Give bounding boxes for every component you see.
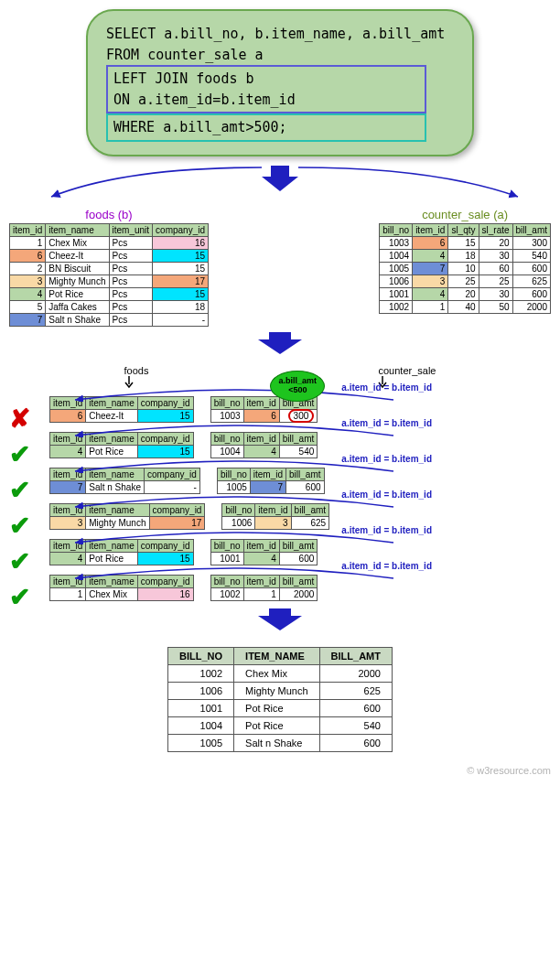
join-step: a.item_id = b.item_id✔item_iditem_nameco…: [9, 468, 551, 494]
table-header: item_id: [413, 223, 448, 236]
foods-table-label: foods (b): [9, 208, 209, 221]
step-counter-table: bill_noitem_idbill_amt100212000: [210, 575, 318, 601]
table-header: ITEM_NAME: [234, 647, 319, 664]
filter-bubble: a.bill_amt<500: [270, 371, 325, 402]
table-row: 100441830540: [380, 249, 551, 262]
foods-table-wrap: foods (b) item_iditem_nameitem_unitcompa…: [9, 208, 209, 327]
join-steps: a.item_id = b.item_id✘item_iditem_nameco…: [9, 396, 551, 601]
join-step: a.item_id = b.item_id✔item_iditem_nameco…: [9, 539, 551, 565]
check-icon: ✔: [9, 582, 30, 612]
join-step: a.item_id = b.item_id✔item_iditem_nameco…: [9, 575, 551, 601]
table-row: 2BN BiscuitPcs15: [10, 262, 209, 275]
step-counter-table: bill_noitem_idbill_amt10063625: [221, 503, 329, 530]
step-counter-table: bill_noitem_idbill_amt10014600: [210, 539, 318, 565]
step-foods-table: item_iditem_namecompany_id3Mighty Munch1…: [49, 503, 205, 530]
table-row: 4Pot RicePcs15: [10, 287, 209, 300]
table-row: 5Jaffa CakesPcs18: [10, 300, 209, 313]
table-row: 100632525625: [380, 275, 551, 287]
counter-table-label: counter_sale (a): [379, 208, 551, 221]
cross-icon: ✘: [9, 404, 30, 434]
table-header: sl_qty: [448, 223, 479, 236]
check-icon: ✔: [9, 439, 30, 469]
table-row: 3Mighty MunchPcs17: [10, 275, 209, 287]
sql-line-from: FROM counter_sale a: [106, 45, 454, 66]
table-header: company_id: [153, 223, 209, 236]
table-row: 1006Mighty Munch625: [168, 682, 393, 699]
table-row: 7Salt n ShakePcs-: [10, 313, 209, 326]
table-row: 1001Pot Rice600: [168, 699, 393, 716]
step-foods-table: item_iditem_namecompany_id6Cheez-It15: [49, 396, 194, 423]
table-header: BILL_NO: [168, 647, 234, 664]
step-foods-table: item_iditem_namecompany_id4Pot Rice15: [49, 432, 194, 458]
table-row: 1002140502000: [380, 300, 551, 313]
table-row: 100361520300: [380, 236, 551, 249]
step-foods-table: item_iditem_namecompany_id4Pot Rice15: [49, 539, 194, 565]
down-arrow-icon: [9, 164, 551, 202]
table-header: BILL_AMT: [319, 647, 392, 664]
result-table: BILL_NOITEM_NAMEBILL_AMT1002Chex Mix2000…: [167, 647, 393, 752]
table-header: item_id: [10, 223, 46, 236]
table-header: bill_no: [380, 223, 413, 236]
foods-table: item_iditem_nameitem_unitcompany_id1Chex…: [9, 223, 209, 327]
check-icon: ✔: [9, 546, 30, 576]
join-step: a.item_id = b.item_id✔item_iditem_nameco…: [9, 503, 551, 530]
down-arrow-icon: [9, 332, 551, 358]
join-step: a.item_id = b.item_id✔item_iditem_nameco…: [9, 432, 551, 458]
counter-sale-table: bill_noitem_idsl_qtysl_ratebill_amt10036…: [379, 223, 551, 314]
join-condition-label: a.item_id = b.item_id: [341, 454, 432, 464]
step-foods-table: item_iditem_namecompany_id7Salt n Shake-: [49, 468, 200, 494]
table-row: 100142030600: [380, 287, 551, 300]
footer-credit: © w3resource.com: [9, 765, 551, 776]
table-header: sl_rate: [479, 223, 512, 236]
foods-sublabel: foods: [124, 365, 149, 391]
sql-join-line1: LEFT JOIN foods b: [113, 69, 419, 90]
svg-marker-0: [262, 166, 298, 191]
join-step: a.item_id = b.item_id✘item_iditem_nameco…: [9, 396, 551, 423]
svg-marker-2: [258, 608, 302, 630]
down-arrow-icon: [9, 608, 551, 634]
join-condition-label: a.item_id = b.item_id: [341, 525, 432, 535]
table-header: item_unit: [109, 223, 153, 236]
sql-join-clause: LEFT JOIN foods b ON a.item_id=b.item_id: [106, 65, 426, 113]
join-condition-label: a.item_id = b.item_id: [341, 418, 432, 428]
sql-line-select: SELECT a.bill_no, b.item_name, a.bill_am…: [106, 24, 454, 45]
table-row: 1004Pot Rice540: [168, 716, 393, 734]
sql-join-line2: ON a.item_id=b.item_id: [113, 90, 419, 111]
table-row: 100571060600: [380, 262, 551, 275]
check-icon: ✔: [9, 511, 30, 541]
table-row: 1Chex MixPcs16: [10, 236, 209, 249]
table-row: 6Cheez-ItPcs15: [10, 249, 209, 262]
sql-where-clause: WHERE a.bill_amt>500;: [106, 113, 426, 142]
sql-query-box: SELECT a.bill_no, b.item_name, a.bill_am…: [86, 9, 474, 156]
join-condition-label: a.item_id = b.item_id: [341, 490, 432, 500]
check-icon: ✔: [9, 475, 30, 505]
table-row: 1002Chex Mix2000: [168, 664, 393, 682]
table-header: item_name: [46, 223, 109, 236]
join-condition-label: a.item_id = b.item_id: [341, 561, 432, 571]
table-row: 1005Salt n Shake600: [168, 734, 393, 751]
step-counter-table: bill_noitem_idbill_amt10044540: [210, 432, 318, 458]
join-condition-label: a.item_id = b.item_id: [341, 382, 432, 393]
counter-table-wrap: counter_sale (a) bill_noitem_idsl_qtysl_…: [379, 208, 551, 327]
step-foods-table: item_iditem_namecompany_id1Chex Mix16: [49, 575, 194, 601]
svg-marker-1: [258, 332, 302, 354]
table-header: bill_amt: [512, 223, 550, 236]
step-counter-table: bill_noitem_idbill_amt10057600: [217, 468, 325, 494]
